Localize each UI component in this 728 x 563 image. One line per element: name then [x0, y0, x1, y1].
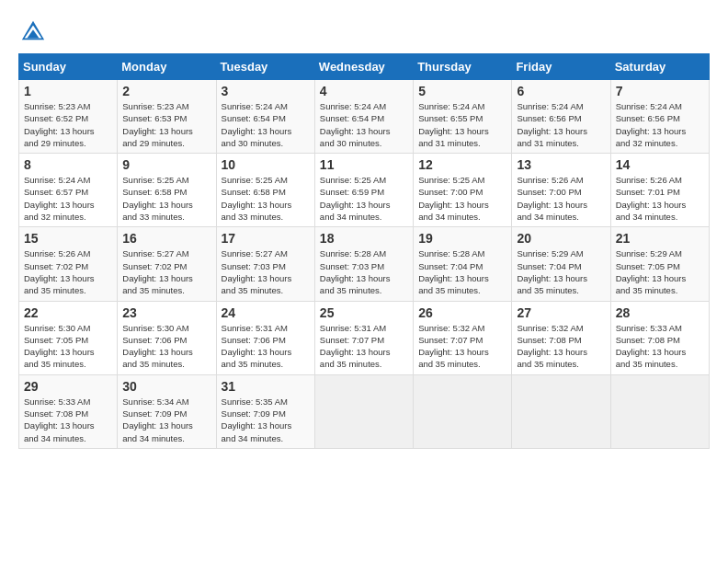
calendar-cell: 29Sunrise: 5:33 AMSunset: 7:08 PMDayligh… [19, 374, 118, 448]
weekday-header: Friday [512, 54, 610, 80]
day-number: 1 [24, 84, 112, 98]
day-info: Sunrise: 5:24 AMSunset: 6:56 PMDaylight:… [517, 100, 605, 149]
day-number: 5 [418, 84, 506, 98]
day-number: 8 [24, 157, 112, 172]
day-number: 28 [616, 305, 704, 320]
calendar-cell [414, 374, 512, 448]
calendar-cell [314, 374, 413, 448]
day-info: Sunrise: 5:24 AMSunset: 6:57 PMDaylight:… [24, 174, 112, 223]
day-number: 2 [122, 84, 210, 98]
day-info: Sunrise: 5:25 AMSunset: 7:00 PMDaylight:… [418, 174, 506, 223]
logo-icon [20, 18, 46, 44]
calendar-cell: 30Sunrise: 5:34 AMSunset: 7:09 PMDayligh… [118, 374, 216, 448]
day-number: 30 [122, 379, 210, 394]
day-info: Sunrise: 5:27 AMSunset: 7:02 PMDaylight:… [122, 247, 210, 296]
day-info: Sunrise: 5:28 AMSunset: 7:03 PMDaylight:… [320, 247, 408, 296]
day-number: 3 [222, 84, 310, 98]
day-info: Sunrise: 5:26 AMSunset: 7:00 PMDaylight:… [517, 174, 605, 223]
calendar-cell: 13Sunrise: 5:26 AMSunset: 7:00 PMDayligh… [512, 154, 610, 227]
day-number: 29 [24, 379, 112, 394]
day-number: 14 [616, 157, 704, 172]
day-number: 9 [122, 157, 210, 172]
day-number: 24 [222, 305, 310, 320]
day-info: Sunrise: 5:30 AMSunset: 7:06 PMDaylight:… [122, 322, 210, 371]
weekday-header: Saturday [610, 54, 709, 80]
page-header [18, 18, 710, 44]
day-info: Sunrise: 5:24 AMSunset: 6:54 PMDaylight:… [320, 100, 408, 149]
day-number: 17 [222, 231, 310, 246]
day-number: 26 [418, 305, 506, 320]
day-info: Sunrise: 5:34 AMSunset: 7:09 PMDaylight:… [122, 396, 210, 444]
day-info: Sunrise: 5:33 AMSunset: 7:08 PMDaylight:… [24, 396, 112, 444]
calendar-cell: 2Sunrise: 5:23 AMSunset: 6:53 PMDaylight… [118, 80, 216, 154]
calendar-cell: 11Sunrise: 5:25 AMSunset: 6:59 PMDayligh… [314, 154, 413, 227]
logo [18, 18, 46, 44]
calendar-cell: 15Sunrise: 5:26 AMSunset: 7:02 PMDayligh… [19, 227, 118, 301]
calendar-cell: 3Sunrise: 5:24 AMSunset: 6:54 PMDaylight… [216, 80, 314, 154]
day-info: Sunrise: 5:24 AMSunset: 6:55 PMDaylight:… [418, 100, 506, 149]
calendar-cell: 1Sunrise: 5:23 AMSunset: 6:52 PMDaylight… [19, 80, 118, 154]
calendar-cell: 28Sunrise: 5:33 AMSunset: 7:08 PMDayligh… [610, 301, 709, 374]
weekday-header: Tuesday [216, 54, 314, 80]
calendar-cell: 18Sunrise: 5:28 AMSunset: 7:03 PMDayligh… [314, 227, 413, 301]
day-number: 20 [517, 231, 605, 246]
day-info: Sunrise: 5:25 AMSunset: 6:58 PMDaylight:… [222, 174, 310, 223]
day-info: Sunrise: 5:27 AMSunset: 7:03 PMDaylight:… [222, 247, 310, 296]
calendar-cell: 12Sunrise: 5:25 AMSunset: 7:00 PMDayligh… [414, 154, 512, 227]
day-number: 7 [616, 84, 704, 98]
day-info: Sunrise: 5:28 AMSunset: 7:04 PMDaylight:… [418, 247, 506, 296]
day-number: 11 [320, 157, 408, 172]
day-number: 23 [122, 305, 210, 320]
calendar-table: SundayMondayTuesdayWednesdayThursdayFrid… [18, 53, 710, 449]
day-info: Sunrise: 5:29 AMSunset: 7:04 PMDaylight:… [517, 247, 605, 296]
day-number: 15 [24, 231, 112, 246]
day-number: 10 [222, 157, 310, 172]
calendar-cell: 23Sunrise: 5:30 AMSunset: 7:06 PMDayligh… [118, 301, 216, 374]
day-number: 12 [418, 157, 506, 172]
day-info: Sunrise: 5:30 AMSunset: 7:05 PMDaylight:… [24, 322, 112, 371]
calendar-cell: 20Sunrise: 5:29 AMSunset: 7:04 PMDayligh… [512, 227, 610, 301]
calendar-cell: 26Sunrise: 5:32 AMSunset: 7:07 PMDayligh… [414, 301, 512, 374]
day-info: Sunrise: 5:33 AMSunset: 7:08 PMDaylight:… [616, 322, 704, 371]
day-number: 22 [24, 305, 112, 320]
day-number: 18 [320, 231, 408, 246]
day-info: Sunrise: 5:25 AMSunset: 6:58 PMDaylight:… [122, 174, 210, 223]
day-number: 4 [320, 84, 408, 98]
day-info: Sunrise: 5:35 AMSunset: 7:09 PMDaylight:… [222, 396, 310, 444]
calendar-cell [610, 374, 709, 448]
day-number: 31 [222, 379, 310, 394]
calendar-cell: 31Sunrise: 5:35 AMSunset: 7:09 PMDayligh… [216, 374, 314, 448]
weekday-header: Sunday [19, 54, 118, 80]
calendar-cell: 22Sunrise: 5:30 AMSunset: 7:05 PMDayligh… [19, 301, 118, 374]
calendar-cell: 4Sunrise: 5:24 AMSunset: 6:54 PMDaylight… [314, 80, 413, 154]
calendar-cell: 16Sunrise: 5:27 AMSunset: 7:02 PMDayligh… [118, 227, 216, 301]
day-info: Sunrise: 5:31 AMSunset: 7:06 PMDaylight:… [222, 322, 310, 371]
calendar-cell: 10Sunrise: 5:25 AMSunset: 6:58 PMDayligh… [216, 154, 314, 227]
calendar-cell: 14Sunrise: 5:26 AMSunset: 7:01 PMDayligh… [610, 154, 709, 227]
calendar-cell: 25Sunrise: 5:31 AMSunset: 7:07 PMDayligh… [314, 301, 413, 374]
calendar-cell: 9Sunrise: 5:25 AMSunset: 6:58 PMDaylight… [118, 154, 216, 227]
day-info: Sunrise: 5:32 AMSunset: 7:07 PMDaylight:… [418, 322, 506, 371]
calendar-cell: 6Sunrise: 5:24 AMSunset: 6:56 PMDaylight… [512, 80, 610, 154]
weekday-header: Wednesday [314, 54, 413, 80]
calendar-cell: 7Sunrise: 5:24 AMSunset: 6:56 PMDaylight… [610, 80, 709, 154]
weekday-header: Monday [118, 54, 216, 80]
day-number: 13 [517, 157, 605, 172]
weekday-header: Thursday [414, 54, 512, 80]
calendar-cell: 5Sunrise: 5:24 AMSunset: 6:55 PMDaylight… [414, 80, 512, 154]
calendar-cell: 24Sunrise: 5:31 AMSunset: 7:06 PMDayligh… [216, 301, 314, 374]
day-info: Sunrise: 5:29 AMSunset: 7:05 PMDaylight:… [616, 247, 704, 296]
day-number: 6 [517, 84, 605, 98]
day-info: Sunrise: 5:24 AMSunset: 6:56 PMDaylight:… [616, 100, 704, 149]
day-info: Sunrise: 5:23 AMSunset: 6:52 PMDaylight:… [24, 100, 112, 149]
day-info: Sunrise: 5:24 AMSunset: 6:54 PMDaylight:… [222, 100, 310, 149]
day-number: 19 [418, 231, 506, 246]
day-info: Sunrise: 5:26 AMSunset: 7:02 PMDaylight:… [24, 247, 112, 296]
day-info: Sunrise: 5:32 AMSunset: 7:08 PMDaylight:… [517, 322, 605, 371]
day-number: 25 [320, 305, 408, 320]
calendar-cell: 27Sunrise: 5:32 AMSunset: 7:08 PMDayligh… [512, 301, 610, 374]
day-number: 27 [517, 305, 605, 320]
day-info: Sunrise: 5:26 AMSunset: 7:01 PMDaylight:… [616, 174, 704, 223]
calendar-cell: 8Sunrise: 5:24 AMSunset: 6:57 PMDaylight… [19, 154, 118, 227]
day-info: Sunrise: 5:25 AMSunset: 6:59 PMDaylight:… [320, 174, 408, 223]
